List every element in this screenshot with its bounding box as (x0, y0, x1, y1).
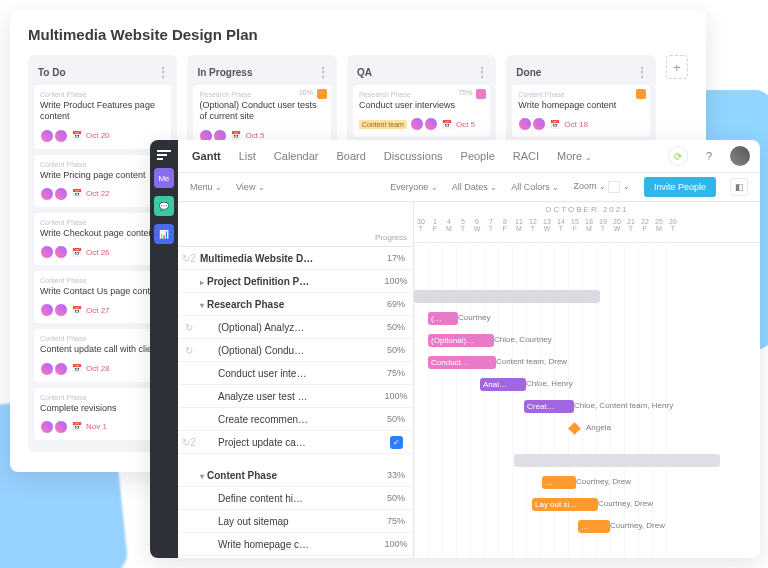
gantt-bar[interactable] (514, 454, 720, 467)
gantt-task-row[interactable] (178, 454, 413, 464)
nav-reports-button[interactable]: 📊 (154, 224, 174, 244)
card-date: Oct 28 (86, 364, 110, 373)
everyone-filter[interactable]: Everyone ⌄ (390, 182, 438, 192)
assignee-avatar (518, 117, 532, 131)
menu-dropdown[interactable]: Menu ⌄ (190, 182, 222, 192)
view-dropdown[interactable]: View ⌄ (236, 182, 265, 192)
gantt-bar[interactable]: (… (428, 312, 458, 325)
activity-icon[interactable]: ⟳ (668, 146, 688, 166)
expand-icon[interactable]: ▾ (200, 472, 204, 481)
column-menu-icon[interactable]: ⋮ (317, 65, 329, 79)
tab-list[interactable]: List (239, 150, 256, 162)
nav-chat-button[interactable]: 💬 (154, 196, 174, 216)
assignee-label: Courtney, Drew (598, 499, 653, 508)
invite-button[interactable]: Invite People (644, 177, 716, 197)
tab-gantt[interactable]: Gantt (192, 150, 221, 162)
task-progress: 100% (379, 391, 413, 401)
user-avatar[interactable] (730, 146, 750, 166)
gantt-task-row[interactable]: Write homepage c… 100% (178, 533, 413, 556)
column-menu-icon[interactable]: ⋮ (636, 65, 648, 79)
gantt-bar[interactable]: Creat… (524, 400, 574, 413)
assignee-avatar (532, 117, 546, 131)
colors-filter[interactable]: All Colors ⌄ (511, 182, 559, 192)
column-menu-icon[interactable]: ⋮ (157, 65, 169, 79)
expand-icon[interactable]: ▾ (200, 301, 204, 310)
day-header: 12T (526, 218, 540, 242)
gantt-bar[interactable] (414, 290, 600, 303)
card-text: Write Pricing page content (40, 170, 165, 181)
checkbox-icon[interactable]: ✓ (390, 436, 403, 449)
task-progress: 50% (379, 322, 413, 332)
kanban-card[interactable]: 75%Research Phase Conduct user interview… (353, 85, 490, 137)
card-date: Nov 1 (86, 422, 107, 431)
add-column-button[interactable]: + (666, 55, 688, 79)
gantt-task-row[interactable]: Analyze user test … 100% (178, 385, 413, 408)
gantt-group-row[interactable]: ▸Project Definition P… 100% (178, 270, 413, 293)
card-phase: Content Phase (40, 161, 165, 168)
gantt-task-row[interactable]: ↻ (Optional) Condu… 50% (178, 339, 413, 362)
task-progress: ✓ (379, 436, 413, 449)
expand-icon[interactable]: ▸ (200, 278, 204, 287)
gantt-bar[interactable]: Anal… (480, 378, 526, 391)
progress-header: Progress (375, 233, 407, 242)
kanban-card[interactable]: 10%Research Phase (Optional) Conduct use… (193, 85, 330, 149)
gantt-bar[interactable]: Lay out si… (532, 498, 598, 511)
help-icon[interactable]: ? (706, 150, 712, 162)
gantt-bar[interactable]: … (542, 476, 576, 489)
tab-calendar[interactable]: Calendar (274, 150, 319, 162)
card-phase: Content Phase (518, 91, 643, 98)
board-title: Multimedia Website Design Plan (28, 26, 688, 43)
task-name: Write homepage c… (200, 539, 379, 550)
gantt-bar[interactable]: Conduct… (428, 356, 496, 369)
gantt-group-row[interactable]: ▾Research Phase 69% (178, 293, 413, 316)
zoom-control[interactable]: Zoom ⌄ ⌄ (573, 181, 630, 193)
tab-discussions[interactable]: Discussions (384, 150, 443, 162)
calendar-icon: 📅 (442, 120, 452, 129)
dates-filter[interactable]: All Dates ⌄ (452, 182, 498, 192)
tab-raci[interactable]: RACI (513, 150, 539, 162)
row-icon: ↻ (178, 322, 200, 333)
gantt-bar[interactable]: (Optional)… (428, 334, 494, 347)
assignee-label: Courtney, Drew (576, 477, 631, 486)
nav-me-button[interactable]: Me (154, 168, 174, 188)
column-title: Done (516, 67, 541, 78)
gantt-task-row[interactable]: Conduct user inte… 75% (178, 362, 413, 385)
card-flag-icon (476, 89, 486, 99)
card-text: Conduct user interviews (359, 100, 484, 111)
task-name: Define content hi… (200, 493, 379, 504)
assignee-avatar (40, 420, 54, 434)
card-text: Write Product Features page content (40, 100, 165, 123)
gantt-task-row[interactable]: Define content hi… 50% (178, 487, 413, 510)
day-header: 20W (610, 218, 624, 242)
gantt-timeline[interactable]: OCTOBER 2021 30T1F4M5T6W7T8F11M12T13W14T… (414, 202, 760, 558)
tab-board[interactable]: Board (337, 150, 366, 162)
gantt-group-row[interactable]: ↻2 Multimedia Website D… 17% (178, 247, 413, 270)
gantt-task-row[interactable]: ↻ (Optional) Analyz… 50% (178, 316, 413, 339)
task-progress: 100% (379, 276, 413, 286)
day-header: 5T (456, 218, 470, 242)
column-menu-icon[interactable]: ⋮ (476, 65, 488, 79)
gantt-bar[interactable]: … (578, 520, 610, 533)
gantt-task-row[interactable]: Lay out sitemap 75% (178, 510, 413, 533)
tab-people[interactable]: People (461, 150, 495, 162)
kanban-card[interactable]: Content Phase Write homepage content 📅Oc… (512, 85, 649, 137)
tab-more[interactable]: More ⌄ (557, 150, 592, 162)
day-header: 19T (596, 218, 610, 242)
dock-icon[interactable]: ◧ (730, 178, 748, 196)
gantt-task-row[interactable]: ↻2 Project update ca… ✓ (178, 431, 413, 454)
card-phase: Content Phase (40, 277, 165, 284)
gantt-task-list: Progress ↻2 Multimedia Website D… 17% ▸P… (178, 202, 414, 558)
kanban-card[interactable]: Content Phase Write Product Features pag… (34, 85, 171, 149)
card-phase: Content Phase (40, 219, 165, 226)
card-text: Write Checkout page content (40, 228, 165, 239)
task-name: ▾Research Phase (200, 299, 379, 310)
assignee-label: Courtney (458, 313, 490, 322)
card-flag-icon (636, 89, 646, 99)
calendar-icon: 📅 (231, 131, 241, 140)
day-header: 8F (498, 218, 512, 242)
gantt-task-row[interactable]: Create recommen… 50% (178, 408, 413, 431)
card-text: Complete revisions (40, 403, 165, 414)
day-header: 18M (582, 218, 596, 242)
gantt-group-row[interactable]: ▾Content Phase 33% (178, 464, 413, 487)
calendar-icon: 📅 (72, 364, 82, 373)
